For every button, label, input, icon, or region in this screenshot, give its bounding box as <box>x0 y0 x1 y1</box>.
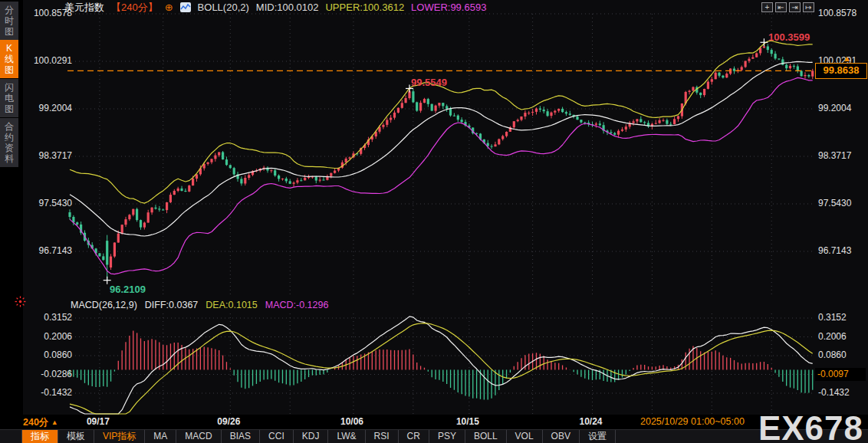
macd-name: MACD(26,12,9) <box>71 300 137 310</box>
current-bar-timestamp: 2025/10/29 01:00~05:00 <box>638 415 747 428</box>
period-label[interactable]: 【240分】 <box>111 1 158 15</box>
current-price-badge: 99.8638 <box>815 63 867 79</box>
toolbar-tab-15[interactable]: 设置 <box>580 430 616 443</box>
price-tick-right: 100.8578 <box>818 8 867 18</box>
macd-tick-left: -0.0286 <box>21 369 72 379</box>
watermark: EX678 <box>758 414 863 443</box>
toolbar-tab-CR[interactable]: CR <box>399 430 429 443</box>
time-axis: 240分 ▲ 09/1709/2610/0610/1510/24 2025/10… <box>0 415 868 429</box>
toolbar-spacer <box>0 430 22 443</box>
date-tick: 10/24 <box>580 416 603 427</box>
macd-tick-left: -0.1432 <box>21 387 72 398</box>
restore-view-icon[interactable]: ↦ <box>803 2 814 12</box>
chart-header: 美元指数 【240分】 ⊕ BOLL(20,2) MID:100.0102 UP… <box>64 1 486 14</box>
annotation-high: 100.3599 <box>768 31 810 43</box>
sidebar: 分时图K线图闪电图合约资料 <box>0 0 23 429</box>
toolbar-tab-MA[interactable]: MA <box>145 430 176 443</box>
toolbar-tab-0[interactable]: 指标 <box>22 430 58 443</box>
symbol-name: 美元指数 <box>64 1 104 15</box>
chart-application: 分时图K线图闪电图合约资料 美元指数 【240分】 ⊕ BOLL(20,2) M… <box>0 0 868 443</box>
price-tick-left: 100.0291 <box>21 55 72 66</box>
price-tick-right: 98.3717 <box>818 150 867 161</box>
macd-tick-right: 0.2006 <box>818 331 867 342</box>
macd-tick-right: 0.0860 <box>818 349 867 360</box>
boll-mid-value: MID:100.0102 <box>256 2 319 13</box>
sidebar-item-1[interactable]: K线图 <box>0 40 18 78</box>
annotation-low: 96.2109 <box>110 284 146 295</box>
crosshair-icon[interactable]: + <box>761 2 773 12</box>
boll-lower-value: LOWER:99.6593 <box>411 2 486 13</box>
shift-left-icon[interactable]: ⇤ <box>775 2 787 12</box>
macd-tick-left: 0.3152 <box>21 312 72 323</box>
price-tick-right: 97.5430 <box>818 198 867 208</box>
toolbar-tab-VOL[interactable]: VOL <box>507 430 543 443</box>
toolbar-tab-BIAS[interactable]: BIAS <box>222 430 260 443</box>
price-tick-right: 96.7143 <box>818 245 867 256</box>
price-up-arrow-icon: ▲ <box>843 54 851 63</box>
date-tick: 09/26 <box>217 416 240 427</box>
macd-dea-value: DEA:0.1015 <box>205 300 257 310</box>
macd-tick-right: 0.3152 <box>818 312 867 323</box>
current-macd-badge: -0.0097 <box>815 368 866 381</box>
toolbar-tab-OBV[interactable]: OBV <box>543 430 580 443</box>
indicator-toolbar: 指标模板VIP指标MAMACDBIASCCIKDJLW&RSICRPSYBOLL… <box>0 429 868 443</box>
toolbar-tab-LW[interactable]: LW& <box>328 430 365 443</box>
toolbar-tab-KDJ[interactable]: KDJ <box>294 430 329 443</box>
toolbar-tab-MACD[interactable]: MACD <box>176 430 221 443</box>
date-tick: 09/17 <box>87 416 110 427</box>
price-tick-left: 97.5430 <box>21 198 72 208</box>
shift-right-icon[interactable]: ⇥ <box>789 2 801 12</box>
candlestick-chart[interactable] <box>0 0 868 429</box>
toolbar-tab-PSY[interactable]: PSY <box>429 430 465 443</box>
toolbar-tab-1[interactable]: 模板 <box>58 430 94 443</box>
toolbar-tab-RSI[interactable]: RSI <box>366 430 399 443</box>
indicator-name: BOLL(20,2) <box>198 2 249 13</box>
macd-diff-value: DIFF:0.0367 <box>145 300 198 310</box>
timeframe-caret-icon: ▲ <box>51 418 58 426</box>
macd-bar-value: MACD:-0.1296 <box>265 300 329 310</box>
date-tick: 10/06 <box>340 416 363 427</box>
sidebar-item-2[interactable]: 闪电图 <box>0 79 18 117</box>
price-tick-left: 96.7143 <box>21 245 72 256</box>
chart-type-icon[interactable] <box>180 2 191 12</box>
price-tick-left: 99.2004 <box>21 103 72 113</box>
macd-header: MACD(26,12,9) DIFF:0.0367 DEA:0.1015 MAC… <box>71 300 328 310</box>
toolbar-tab-CCI[interactable]: CCI <box>260 430 294 443</box>
plus-circle-icon[interactable]: ⊕ <box>165 2 173 12</box>
date-tick: 10/15 <box>456 416 479 427</box>
macd-tick-right: -0.1432 <box>818 387 867 398</box>
macd-tick-left: 0.2006 <box>21 331 72 342</box>
toolbar-tab-BOLL[interactable]: BOLL <box>465 430 507 443</box>
boll-upper-value: UPPER:100.3612 <box>325 2 404 13</box>
chart-toolbuttons: +⇤⇥↦ <box>761 2 814 12</box>
macd-tick-left: 0.0860 <box>21 349 72 360</box>
sidebar-item-0[interactable]: 分时图 <box>0 2 18 40</box>
timeframe-selector[interactable]: 240分 ▲ <box>23 416 58 429</box>
sidebar-item-3[interactable]: 合约资料 <box>0 118 18 167</box>
indicator-settings-icon[interactable] <box>15 296 26 310</box>
annotation-swing-high: 99.5549 <box>411 77 447 88</box>
toolbar-tab-VIP[interactable]: VIP指标 <box>94 430 145 443</box>
price-tick-left: 98.3717 <box>21 150 72 161</box>
price-tick-right: 99.2004 <box>818 103 867 113</box>
